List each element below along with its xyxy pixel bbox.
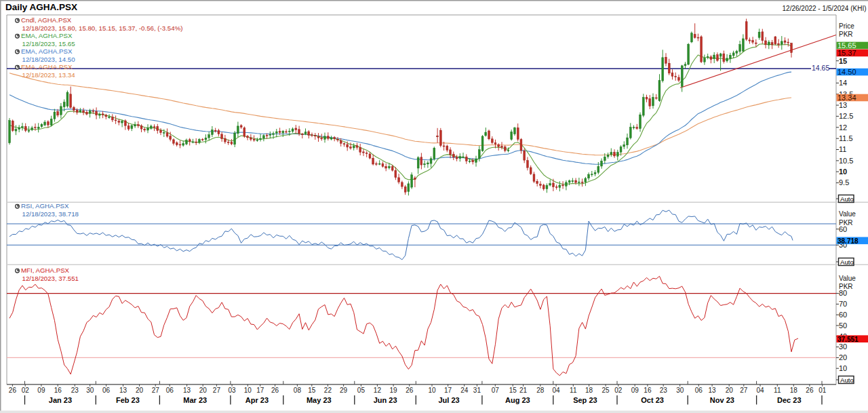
svg-text:12: 12: [839, 123, 847, 132]
svg-text:21: 21: [519, 387, 528, 394]
svg-text:14: 14: [839, 79, 847, 87]
svg-text:06: 06: [102, 387, 111, 394]
svg-text:10: 10: [839, 364, 847, 372]
svg-text:26: 26: [271, 387, 279, 394]
svg-text:Jun 23: Jun 23: [374, 396, 397, 404]
svg-text:09: 09: [37, 387, 45, 394]
svg-text:37.551: 37.551: [837, 336, 859, 343]
svg-text:26: 26: [806, 387, 814, 394]
svg-text:16: 16: [644, 387, 652, 394]
svg-text:11.5: 11.5: [839, 134, 853, 142]
svg-text:20: 20: [136, 387, 144, 394]
svg-text:Daily AGHA.PSX: Daily AGHA.PSX: [5, 2, 77, 12]
svg-text:Dec 23: Dec 23: [777, 396, 801, 404]
svg-text:04: 04: [756, 387, 764, 394]
svg-text:12/26/2022 - 1/5/2024 (KHI): 12/26/2022 - 1/5/2024 (KHI): [783, 5, 867, 12]
svg-text:10: 10: [244, 387, 252, 394]
svg-text:Jan 23: Jan 23: [49, 396, 72, 404]
svg-text:14.65: 14.65: [812, 64, 829, 72]
svg-text:15: 15: [839, 57, 847, 65]
svg-text:Sep 23: Sep 23: [573, 396, 597, 404]
svg-text:Jul 23: Jul 23: [439, 396, 460, 404]
svg-text:60: 60: [839, 225, 847, 233]
svg-text:RSI, AGHA.PSX: RSI, AGHA.PSX: [21, 202, 69, 210]
svg-text:27: 27: [152, 387, 160, 394]
svg-text:02: 02: [614, 387, 623, 394]
svg-text:10.5: 10.5: [839, 157, 853, 165]
svg-text:Value: Value: [839, 275, 856, 282]
svg-text:27: 27: [213, 387, 221, 394]
svg-text:17: 17: [444, 387, 452, 394]
svg-text:Aug 23: Aug 23: [505, 396, 530, 404]
svg-text:11: 11: [839, 145, 846, 153]
svg-text:15.37: 15.37: [837, 49, 856, 57]
svg-text:PKR: PKR: [839, 31, 853, 38]
svg-text:14.50: 14.50: [837, 68, 856, 76]
svg-text:12/18/2023, 13.34: 12/18/2023, 13.34: [22, 71, 76, 79]
svg-text:02: 02: [22, 387, 30, 394]
svg-text:11: 11: [774, 387, 781, 394]
svg-text:04: 04: [553, 387, 561, 394]
svg-text:20: 20: [839, 353, 847, 361]
svg-text:12: 12: [374, 387, 382, 394]
svg-text:23: 23: [660, 387, 668, 394]
svg-text:03: 03: [229, 387, 237, 394]
svg-text:27: 27: [740, 387, 748, 394]
svg-text:06: 06: [695, 387, 703, 394]
svg-text:May 23: May 23: [307, 396, 332, 404]
svg-text:Nov 23: Nov 23: [710, 396, 734, 404]
svg-text:15: 15: [509, 387, 517, 394]
svg-text:13: 13: [183, 387, 191, 394]
svg-text:50: 50: [839, 321, 847, 330]
svg-text:29: 29: [340, 387, 348, 394]
svg-text:Mar 23: Mar 23: [183, 396, 207, 404]
svg-text:Price: Price: [839, 22, 854, 30]
svg-text:25: 25: [602, 387, 610, 394]
svg-text:EMA, AGHA.PSX: EMA, AGHA.PSX: [21, 63, 73, 71]
svg-text:70: 70: [839, 300, 847, 308]
svg-text:13: 13: [119, 387, 127, 394]
svg-text:11: 11: [570, 387, 577, 394]
svg-text:26: 26: [406, 387, 414, 394]
svg-text:19: 19: [390, 387, 398, 394]
svg-text:38.718: 38.718: [837, 237, 859, 245]
svg-text:13.34: 13.34: [837, 94, 856, 102]
svg-text:Oct 23: Oct 23: [641, 396, 664, 404]
svg-text:13: 13: [709, 387, 717, 394]
svg-text:07: 07: [492, 387, 500, 394]
svg-text:06: 06: [166, 387, 174, 394]
svg-text:12/18/2023, 15.65: 12/18/2023, 15.65: [22, 40, 75, 47]
svg-text:18: 18: [585, 387, 593, 394]
svg-text:16: 16: [54, 387, 62, 394]
svg-text:15: 15: [308, 387, 316, 394]
svg-text:05: 05: [357, 387, 366, 394]
svg-text:01: 01: [818, 387, 827, 394]
svg-text:Feb 23: Feb 23: [116, 396, 140, 404]
svg-text:60: 60: [839, 311, 847, 319]
svg-text:12/18/2023, 14.50: 12/18/2023, 14.50: [22, 56, 76, 63]
svg-text:31: 31: [473, 387, 481, 394]
svg-text:20: 20: [199, 387, 208, 394]
svg-text:Auto: Auto: [840, 258, 854, 266]
svg-text:22: 22: [324, 387, 332, 394]
svg-text:Auto: Auto: [840, 376, 854, 384]
svg-text:13: 13: [839, 101, 847, 109]
svg-text:30: 30: [676, 387, 684, 394]
svg-text:10: 10: [428, 387, 436, 394]
svg-text:12.5: 12.5: [839, 112, 853, 120]
svg-text:10: 10: [839, 168, 847, 176]
svg-text:EMA, AGHA.PSX: EMA, AGHA.PSX: [21, 32, 73, 39]
svg-text:26: 26: [9, 387, 17, 394]
svg-text:12/18/2023, 15.80, 15.80, 15.1: 12/18/2023, 15.80, 15.80, 15.15, 15.37, …: [22, 24, 183, 32]
svg-text:09: 09: [631, 387, 639, 394]
svg-text:Value: Value: [839, 210, 856, 218]
svg-text:30: 30: [86, 387, 94, 394]
svg-text:12/18/2023, 37.551: 12/18/2023, 37.551: [22, 275, 79, 282]
svg-text:23: 23: [71, 387, 79, 394]
svg-text:Cndl, AGHA.PSX: Cndl, AGHA.PSX: [21, 16, 72, 24]
svg-text:28: 28: [536, 387, 545, 394]
svg-text:EMA, AGHA.PSX: EMA, AGHA.PSX: [21, 47, 73, 55]
svg-text:20: 20: [726, 387, 734, 394]
svg-text:30: 30: [839, 342, 847, 351]
svg-text:08: 08: [294, 387, 302, 394]
